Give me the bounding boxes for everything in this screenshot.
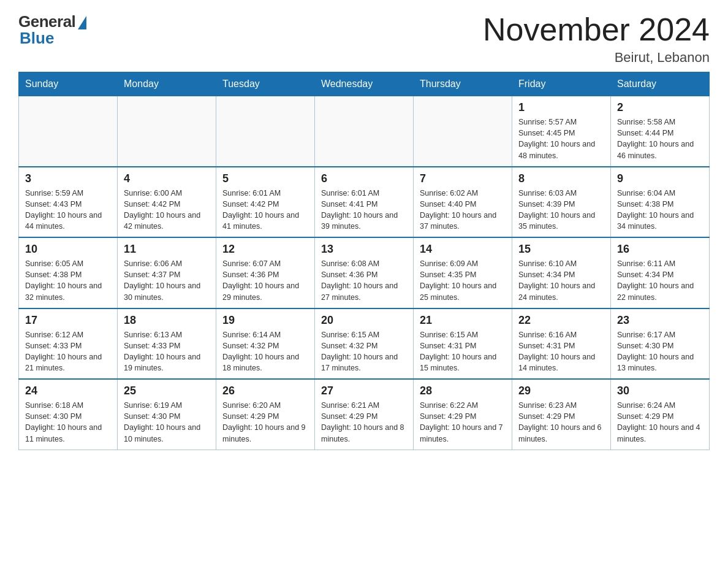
day-info: Sunrise: 6:04 AMSunset: 4:38 PMDaylight:… <box>617 188 703 232</box>
day-info: Sunrise: 6:13 AMSunset: 4:33 PMDaylight:… <box>124 329 210 374</box>
calendar-day-cell: 4Sunrise: 6:00 AMSunset: 4:42 PMDaylight… <box>118 167 216 238</box>
calendar-day-cell: 10Sunrise: 6:05 AMSunset: 4:38 PMDayligh… <box>19 237 118 308</box>
calendar-day-cell: 21Sunrise: 6:15 AMSunset: 4:31 PMDayligh… <box>414 308 512 380</box>
day-info: Sunrise: 6:20 AMSunset: 4:29 PMDaylight:… <box>222 400 308 445</box>
calendar-day-cell: 26Sunrise: 6:20 AMSunset: 4:29 PMDayligh… <box>216 379 315 450</box>
day-info: Sunrise: 6:01 AMSunset: 4:42 PMDaylight:… <box>222 188 308 232</box>
day-number: 19 <box>222 314 308 327</box>
day-number: 11 <box>124 243 210 256</box>
day-info: Sunrise: 5:57 AMSunset: 4:45 PMDaylight:… <box>518 117 604 161</box>
weekday-header-friday: Friday <box>512 72 611 96</box>
calendar-day-cell: 1Sunrise: 5:57 AMSunset: 4:45 PMDaylight… <box>512 96 611 167</box>
calendar-day-cell: 8Sunrise: 6:03 AMSunset: 4:39 PMDaylight… <box>512 167 611 238</box>
day-number: 15 <box>518 243 604 256</box>
weekday-header-saturday: Saturday <box>611 72 710 96</box>
calendar-day-cell: 20Sunrise: 6:15 AMSunset: 4:32 PMDayligh… <box>315 308 414 380</box>
day-number: 6 <box>321 172 407 185</box>
day-info: Sunrise: 6:00 AMSunset: 4:42 PMDaylight:… <box>124 188 210 232</box>
calendar-day-cell: 27Sunrise: 6:21 AMSunset: 4:29 PMDayligh… <box>315 379 414 450</box>
day-info: Sunrise: 6:14 AMSunset: 4:32 PMDaylight:… <box>222 329 308 374</box>
day-info: Sunrise: 5:59 AMSunset: 4:43 PMDaylight:… <box>25 188 111 232</box>
weekday-header-sunday: Sunday <box>19 72 118 96</box>
calendar-day-cell: 25Sunrise: 6:19 AMSunset: 4:30 PMDayligh… <box>118 379 216 450</box>
location-subtitle: Beirut, Lebanon <box>483 50 710 66</box>
day-info: Sunrise: 5:58 AMSunset: 4:44 PMDaylight:… <box>617 117 703 161</box>
calendar-day-cell: 29Sunrise: 6:23 AMSunset: 4:29 PMDayligh… <box>512 379 611 450</box>
day-info: Sunrise: 6:01 AMSunset: 4:41 PMDaylight:… <box>321 188 407 232</box>
calendar-day-cell: 28Sunrise: 6:22 AMSunset: 4:29 PMDayligh… <box>414 379 512 450</box>
calendar-day-cell: 7Sunrise: 6:02 AMSunset: 4:40 PMDaylight… <box>414 167 512 238</box>
day-info: Sunrise: 6:16 AMSunset: 4:31 PMDaylight:… <box>518 329 604 374</box>
day-number: 4 <box>124 172 210 185</box>
day-number: 14 <box>420 243 506 256</box>
calendar-day-cell: 6Sunrise: 6:01 AMSunset: 4:41 PMDaylight… <box>315 167 414 238</box>
day-number: 23 <box>617 314 703 327</box>
day-number: 9 <box>617 172 703 185</box>
page-header: General Blue November 2024 Beirut, Leban… <box>18 12 710 66</box>
logo-blue-text: Blue <box>20 29 54 48</box>
calendar-day-cell: 14Sunrise: 6:09 AMSunset: 4:35 PMDayligh… <box>414 237 512 308</box>
day-info: Sunrise: 6:17 AMSunset: 4:30 PMDaylight:… <box>617 329 703 374</box>
calendar-day-cell: 12Sunrise: 6:07 AMSunset: 4:36 PMDayligh… <box>216 237 315 308</box>
day-info: Sunrise: 6:15 AMSunset: 4:31 PMDaylight:… <box>420 329 506 374</box>
day-number: 2 <box>617 101 703 114</box>
calendar-week-row: 3Sunrise: 5:59 AMSunset: 4:43 PMDaylight… <box>19 167 710 238</box>
calendar-day-cell: 30Sunrise: 6:24 AMSunset: 4:29 PMDayligh… <box>611 379 710 450</box>
day-number: 22 <box>518 314 604 327</box>
calendar-day-cell: 18Sunrise: 6:13 AMSunset: 4:33 PMDayligh… <box>118 308 216 380</box>
day-info: Sunrise: 6:06 AMSunset: 4:37 PMDaylight:… <box>124 258 210 303</box>
calendar-table: SundayMondayTuesdayWednesdayThursdayFrid… <box>18 72 710 450</box>
weekday-header-monday: Monday <box>118 72 216 96</box>
weekday-header-wednesday: Wednesday <box>315 72 414 96</box>
day-info: Sunrise: 6:23 AMSunset: 4:29 PMDaylight:… <box>518 400 604 445</box>
day-number: 12 <box>222 243 308 256</box>
calendar-week-row: 24Sunrise: 6:18 AMSunset: 4:30 PMDayligh… <box>19 379 710 450</box>
day-number: 27 <box>321 385 407 397</box>
day-info: Sunrise: 6:15 AMSunset: 4:32 PMDaylight:… <box>321 329 407 374</box>
calendar-day-cell <box>414 96 512 167</box>
day-info: Sunrise: 6:02 AMSunset: 4:40 PMDaylight:… <box>420 188 506 232</box>
day-number: 8 <box>518 172 604 185</box>
calendar-day-cell: 3Sunrise: 5:59 AMSunset: 4:43 PMDaylight… <box>19 167 118 238</box>
calendar-day-cell: 19Sunrise: 6:14 AMSunset: 4:32 PMDayligh… <box>216 308 315 380</box>
day-info: Sunrise: 6:21 AMSunset: 4:29 PMDaylight:… <box>321 400 407 445</box>
day-info: Sunrise: 6:19 AMSunset: 4:30 PMDaylight:… <box>124 400 210 445</box>
weekday-header-thursday: Thursday <box>414 72 512 96</box>
day-number: 17 <box>25 314 111 327</box>
calendar-day-cell: 5Sunrise: 6:01 AMSunset: 4:42 PMDaylight… <box>216 167 315 238</box>
day-info: Sunrise: 6:07 AMSunset: 4:36 PMDaylight:… <box>222 258 308 303</box>
title-block: November 2024 Beirut, Lebanon <box>483 12 710 66</box>
calendar-day-cell <box>19 96 118 167</box>
day-number: 28 <box>420 385 506 397</box>
calendar-day-cell: 16Sunrise: 6:11 AMSunset: 4:34 PMDayligh… <box>611 237 710 308</box>
day-info: Sunrise: 6:03 AMSunset: 4:39 PMDaylight:… <box>518 188 604 232</box>
weekday-header-tuesday: Tuesday <box>216 72 315 96</box>
calendar-day-cell: 24Sunrise: 6:18 AMSunset: 4:30 PMDayligh… <box>19 379 118 450</box>
day-info: Sunrise: 6:24 AMSunset: 4:29 PMDaylight:… <box>617 400 703 445</box>
day-info: Sunrise: 6:22 AMSunset: 4:29 PMDaylight:… <box>420 400 506 445</box>
day-number: 10 <box>25 243 111 256</box>
calendar-day-cell: 17Sunrise: 6:12 AMSunset: 4:33 PMDayligh… <box>19 308 118 380</box>
day-number: 24 <box>25 385 111 397</box>
day-info: Sunrise: 6:18 AMSunset: 4:30 PMDaylight:… <box>25 400 111 445</box>
day-number: 13 <box>321 243 407 256</box>
day-info: Sunrise: 6:10 AMSunset: 4:34 PMDaylight:… <box>518 258 604 303</box>
day-number: 25 <box>124 385 210 397</box>
calendar-day-cell: 9Sunrise: 6:04 AMSunset: 4:38 PMDaylight… <box>611 167 710 238</box>
month-year-title: November 2024 <box>483 12 710 47</box>
calendar-day-cell <box>315 96 414 167</box>
day-number: 5 <box>222 172 308 185</box>
calendar-week-row: 17Sunrise: 6:12 AMSunset: 4:33 PMDayligh… <box>19 308 710 380</box>
day-number: 3 <box>25 172 111 185</box>
day-info: Sunrise: 6:11 AMSunset: 4:34 PMDaylight:… <box>617 258 703 303</box>
day-number: 18 <box>124 314 210 327</box>
calendar-week-row: 10Sunrise: 6:05 AMSunset: 4:38 PMDayligh… <box>19 237 710 308</box>
calendar-day-cell: 15Sunrise: 6:10 AMSunset: 4:34 PMDayligh… <box>512 237 611 308</box>
day-info: Sunrise: 6:05 AMSunset: 4:38 PMDaylight:… <box>25 258 111 303</box>
logo: General Blue <box>18 12 86 48</box>
logo-triangle-icon <box>78 16 86 29</box>
day-number: 7 <box>420 172 506 185</box>
calendar-week-row: 1Sunrise: 5:57 AMSunset: 4:45 PMDaylight… <box>19 96 710 167</box>
day-number: 16 <box>617 243 703 256</box>
weekday-header-row: SundayMondayTuesdayWednesdayThursdayFrid… <box>19 72 710 96</box>
